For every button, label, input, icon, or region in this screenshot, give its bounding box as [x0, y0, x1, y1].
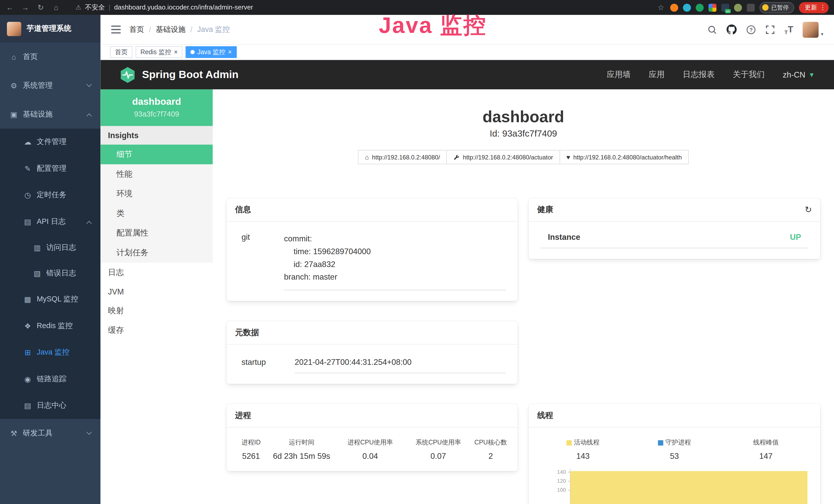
app-shell: 芋道管理系统 ⌂ 首页 ⚙ 系统管理 ▣ 基础设施 ☁ 文件管理 [0, 15, 834, 504]
back-icon[interactable]: ← [5, 3, 14, 12]
sidebar-item-redis-monitor[interactable]: ❖ Redis 监控 [0, 313, 101, 339]
locale-select[interactable]: zh-CN ▼ [783, 70, 815, 79]
process-uptime-value: 6d 23h 15m 59s [267, 451, 336, 460]
home-icon: ⌂ [365, 153, 369, 161]
tag-home[interactable]: 首页 [110, 46, 133, 58]
gear-icon: ⚙ [9, 82, 18, 90]
sba-nav-journal[interactable]: 日志报表 [683, 70, 715, 79]
health-url-link[interactable]: ♥ http://192.168.0.2:48080/actuator/heal… [559, 150, 688, 164]
legend-label: 守护进程 [665, 438, 691, 447]
forward-icon[interactable]: → [21, 3, 30, 12]
tag-label: 首页 [115, 47, 128, 56]
sidebar-item-label: 定时任务 [37, 190, 67, 200]
sba-nav-links: 应用墙 应用 日志报表 关于我们 zh-CN ▼ [607, 70, 815, 79]
menu-kebab-icon[interactable]: ⋮ [820, 4, 826, 11]
sba-item-scheduled-tasks[interactable]: 计划任务 [101, 243, 213, 263]
sidebar-item-java-monitor[interactable]: ⊞ Java 监控 [0, 339, 101, 366]
sba-brand[interactable]: Spring Boot Admin [142, 69, 239, 81]
extension-drop-icon[interactable] [683, 3, 691, 11]
history-icon[interactable]: ↺ [805, 205, 812, 215]
sidebar-item-system-mgmt[interactable]: ⚙ 系统管理 [0, 71, 101, 100]
fullscreen-icon[interactable] [765, 25, 775, 34]
caret-down-icon: ▾ [821, 31, 823, 38]
tag-java-monitor[interactable]: Java 监控 × [186, 46, 237, 58]
sidebar-item-access-logs[interactable]: ▥ 访问日志 [0, 235, 101, 260]
sidebar-item-infrastructure[interactable]: ▣ 基础设施 [0, 100, 101, 129]
sidebar-item-config-mgmt[interactable]: ✎ 配置管理 [0, 155, 101, 182]
extension-green-icon[interactable] [696, 3, 704, 11]
sba-item-jvm[interactable]: JVM [101, 282, 213, 301]
actuator-url-link[interactable]: http://192.168.0.2:48080/actuator [446, 150, 560, 164]
user-menu[interactable]: ▾ [803, 22, 824, 38]
help-icon[interactable]: ? [746, 25, 756, 34]
health-instance-row[interactable]: Instance UP [541, 232, 809, 248]
sidebar-item-file-mgmt[interactable]: ☁ 文件管理 [0, 129, 101, 155]
legend-daemon-threads[interactable]: 守护进程 [629, 438, 720, 447]
svg-text:?: ? [749, 26, 753, 32]
breadcrumb-section[interactable]: 基础设施 [156, 25, 186, 34]
peak-threads-value: 147 [720, 451, 812, 460]
legend-label: 线程峰值 [753, 438, 778, 447]
sidebar-item-cron-jobs[interactable]: ◷ 定时任务 [0, 182, 101, 208]
reload-icon[interactable]: ↻ [36, 3, 45, 12]
close-icon[interactable]: × [174, 49, 178, 55]
extension-leaf-icon[interactable] [734, 3, 742, 11]
sba-item-details[interactable]: 细节 [101, 144, 213, 164]
link-label: http://192.168.0.2:48080/actuator [463, 154, 553, 160]
sidebar-item-dev-tools[interactable]: ⚒ 研发工具 [0, 419, 101, 448]
sba-nav-wall[interactable]: 应用墙 [607, 70, 631, 79]
breadcrumb-home[interactable]: 首页 [129, 25, 144, 34]
search-icon[interactable] [707, 25, 717, 34]
close-icon[interactable]: × [228, 49, 232, 55]
info-card-body: git commit: time: 1596289704000 id: 27aa… [226, 222, 518, 301]
update-button[interactable]: 更新 ⋮ [799, 2, 829, 13]
mysql-icon: ▦ [23, 295, 32, 303]
legend-live-threads[interactable]: 活动线程 [537, 438, 629, 447]
sba-item-mappings[interactable]: 映射 [101, 301, 213, 321]
github-icon[interactable] [727, 24, 737, 35]
sidebar-item-trace[interactable]: ◉ 链路追踪 [0, 366, 101, 393]
extension-grid-icon[interactable] [708, 3, 716, 11]
extension-puzzle-icon[interactable] [747, 3, 755, 11]
process-col-header: 进程ID [235, 438, 267, 447]
y-tick-100: 100 [557, 487, 566, 493]
sidebar-item-mysql-monitor[interactable]: ▦ MySQL 监控 [0, 286, 101, 313]
sba-frame: Spring Boot Admin 应用墙 应用 日志报表 关于我们 zh-CN… [101, 60, 834, 504]
threads-area-chart: 140 120 100 [537, 467, 812, 504]
threads-chart: 140 120 100 [537, 467, 812, 504]
sidebar-item-label: 错误日志 [46, 269, 76, 278]
bookmark-star-icon[interactable]: ☆ [656, 3, 665, 12]
browser-home-icon[interactable]: ⌂ [52, 3, 61, 12]
sidebar-item-error-logs[interactable]: ▧ 错误日志 [0, 260, 101, 286]
sidebar-item-label: Redis 监控 [37, 321, 73, 331]
sba-nav-about[interactable]: 关于我们 [733, 70, 765, 79]
hamburger-icon[interactable] [111, 25, 121, 33]
sidebar-item-log-center[interactable]: ▤ 日志中心 [0, 392, 101, 419]
sidebar-item-api-logs[interactable]: ▤ API 日志 [0, 208, 101, 235]
legend-peak-threads: 线程峰值 [720, 438, 812, 447]
tag-label: Java 监控 [197, 47, 225, 56]
font-size-small-t: T [785, 29, 788, 35]
threads-card: 线程 活动线程 守护进 [529, 404, 820, 504]
extension-fox-icon[interactable] [670, 3, 678, 11]
extension-on-icon[interactable]: on [721, 3, 729, 11]
tag-redis-monitor[interactable]: Redis 监控 × [136, 46, 182, 58]
service-url-link[interactable]: ⌂ http://192.168.0.2:48080/ [358, 150, 447, 164]
sba-nav-applications[interactable]: 应用 [649, 70, 665, 79]
sba-item-caches[interactable]: 缓存 [101, 321, 213, 340]
paused-badge[interactable]: 已暂停 [760, 2, 794, 13]
health-card: 健康 ↺ Instance UP [529, 198, 820, 259]
sba-item-metrics[interactable]: 性能 [101, 164, 213, 184]
sba-item-classes[interactable]: 类 [101, 204, 213, 223]
paused-label: 已暂停 [771, 3, 789, 11]
address-bar[interactable]: ⚠ 不安全 | dashboard.yudao.iocoder.cn/infra… [75, 3, 253, 12]
home-icon: ⌂ [9, 53, 18, 61]
sba-item-logs[interactable]: 日志 [101, 263, 213, 282]
sba-item-config-props[interactable]: 配置属性 [101, 223, 213, 243]
health-card-header: 健康 ↺ [529, 198, 820, 222]
sba-item-environment[interactable]: 环境 [101, 184, 213, 204]
font-size-icon[interactable]: TT [785, 24, 793, 35]
sba-app-header[interactable]: dashboard 93a3fc7f7409 [101, 89, 213, 126]
y-tick-120: 120 [557, 478, 566, 484]
sidebar-item-home[interactable]: ⌂ 首页 [0, 43, 101, 71]
